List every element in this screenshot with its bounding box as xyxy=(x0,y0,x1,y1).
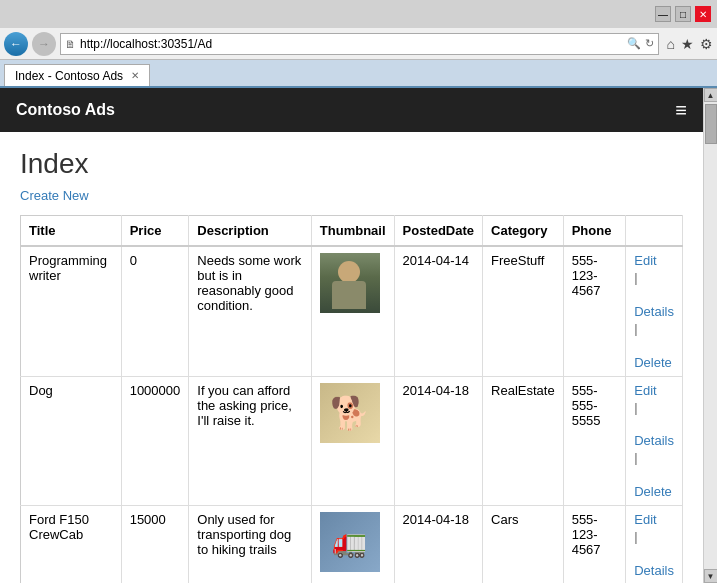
cell-category: FreeStuff xyxy=(483,246,564,376)
col-header-description: Description xyxy=(189,216,312,247)
col-header-category: Category xyxy=(483,216,564,247)
details-link[interactable]: Details xyxy=(634,304,674,319)
cell-title: Ford F150 CrewCab xyxy=(21,506,122,583)
address-bar: 🗎 🔍 ↻ xyxy=(60,33,659,55)
app-header: Contoso Ads ≡ xyxy=(0,88,703,132)
cell-thumbnail xyxy=(311,246,394,376)
col-header-thumbnail: Thumbnail xyxy=(311,216,394,247)
details-link[interactable]: Details xyxy=(634,433,674,448)
sep1: | xyxy=(634,527,674,548)
table-row: Dog 1000000 If you can afford the asking… xyxy=(21,376,683,506)
cell-title: Programming writer xyxy=(21,246,122,376)
maximize-button[interactable]: □ xyxy=(675,6,691,22)
page-icon: 🗎 xyxy=(65,38,76,50)
sep2: | xyxy=(634,319,674,340)
cell-phone: 555-123-4567 xyxy=(563,246,626,376)
col-header-actions xyxy=(626,216,683,247)
col-header-posteddate: PostedDate xyxy=(394,216,483,247)
sep1: | xyxy=(634,268,674,289)
cell-price: 0 xyxy=(121,246,189,376)
favorites-icon[interactable]: ★ xyxy=(681,36,694,52)
cell-posteddate: 2014-04-18 xyxy=(394,506,483,583)
col-header-title: Title xyxy=(21,216,122,247)
cell-price: 1000000 xyxy=(121,376,189,506)
cell-description: Only used for transporting dog to hiking… xyxy=(189,506,312,583)
cell-title: Dog xyxy=(21,376,122,506)
edit-link[interactable]: Edit xyxy=(634,512,656,527)
cell-description: Needs some work but is in reasonably goo… xyxy=(189,246,312,376)
back-button[interactable]: ← xyxy=(4,32,28,56)
cell-actions: Edit | Details | Delete xyxy=(626,376,683,506)
sep2: | xyxy=(634,448,674,469)
scrollbar[interactable]: ▲ ▼ xyxy=(703,88,717,583)
scroll-down-arrow[interactable]: ▼ xyxy=(704,569,718,583)
cell-posteddate: 2014-04-18 xyxy=(394,376,483,506)
cell-price: 15000 xyxy=(121,506,189,583)
tab-close-button[interactable]: ✕ xyxy=(131,70,139,81)
cell-actions: Edit | Details | Delete xyxy=(626,506,683,583)
ads-table: Title Price Description Thumbnail Posted… xyxy=(20,215,683,583)
page-heading: Index xyxy=(20,148,683,180)
cell-phone: 555-123-4567 xyxy=(563,506,626,583)
sep1: | xyxy=(634,398,674,419)
home-icon[interactable]: ⌂ xyxy=(667,36,675,52)
scrollbar-thumb[interactable] xyxy=(705,104,717,144)
sep2: | xyxy=(634,578,674,583)
edit-link[interactable]: Edit xyxy=(634,383,656,398)
scrollbar-track[interactable] xyxy=(704,102,717,569)
details-link[interactable]: Details xyxy=(634,563,674,578)
forward-button[interactable]: → xyxy=(32,32,56,56)
minimize-button[interactable]: — xyxy=(655,6,671,22)
cell-description: If you can afford the asking price, I'll… xyxy=(189,376,312,506)
delete-link[interactable]: Delete xyxy=(634,355,672,370)
address-input[interactable] xyxy=(80,37,623,51)
browser-tab[interactable]: Index - Contoso Ads ✕ xyxy=(4,64,150,86)
cell-category: Cars xyxy=(483,506,564,583)
close-button[interactable]: ✕ xyxy=(695,6,711,22)
create-new-link[interactable]: Create New xyxy=(20,188,89,203)
scroll-up-arrow[interactable]: ▲ xyxy=(704,88,718,102)
cell-actions: Edit | Details | Delete xyxy=(626,246,683,376)
table-row: Ford F150 CrewCab 15000 Only used for tr… xyxy=(21,506,683,583)
refresh-icon[interactable]: ↻ xyxy=(645,37,654,50)
edit-link[interactable]: Edit xyxy=(634,253,656,268)
search-icon[interactable]: 🔍 xyxy=(627,37,641,50)
col-header-phone: Phone xyxy=(563,216,626,247)
settings-icon[interactable]: ⚙ xyxy=(700,36,713,52)
col-header-price: Price xyxy=(121,216,189,247)
cell-posteddate: 2014-04-14 xyxy=(394,246,483,376)
cell-thumbnail xyxy=(311,376,394,506)
cell-phone: 555-555-5555 xyxy=(563,376,626,506)
delete-link[interactable]: Delete xyxy=(634,484,672,499)
tab-title: Index - Contoso Ads xyxy=(15,69,123,83)
app-title: Contoso Ads xyxy=(16,101,115,119)
cell-thumbnail xyxy=(311,506,394,583)
hamburger-menu[interactable]: ≡ xyxy=(675,99,687,122)
table-row: Programming writer 0 Needs some work but… xyxy=(21,246,683,376)
cell-category: RealEstate xyxy=(483,376,564,506)
